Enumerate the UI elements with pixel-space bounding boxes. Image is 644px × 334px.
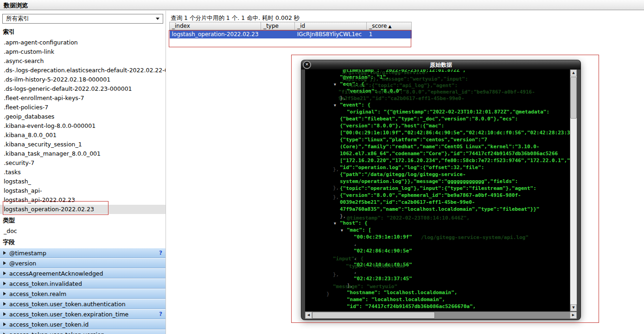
index-item[interactable]: .ds-logs-generic-default-2022.02.23-0000… bbox=[0, 84, 166, 94]
ghost-text: 9e2f5be21","id":"ca2b0617-eff1-45be-99e0… bbox=[338, 95, 465, 101]
expand-icon bbox=[3, 302, 6, 306]
chevron-down-icon bbox=[156, 18, 159, 20]
table-header-row: _index_type_id_score▲ bbox=[170, 22, 412, 30]
index-item[interactable]: .kibana_8.0.0_001 bbox=[0, 131, 166, 140]
section-fields-label: 字段 bbox=[0, 236, 166, 248]
section-types-label: 类型 bbox=[0, 214, 166, 227]
index-item[interactable]: .ds-ilm-history-5-2022.02.18-000001 bbox=[0, 75, 166, 84]
index-item[interactable]: .ds-.logs-deprecation.elasticsearch-defa… bbox=[0, 66, 166, 75]
field-item[interactable]: @timestamp? bbox=[0, 248, 166, 258]
close-button[interactable]: ✕ bbox=[303, 61, 311, 69]
raw-data-modal: ✕ 原始数据 "@timestamp": "2022-02-23T10:12:0… bbox=[301, 60, 580, 320]
field-item[interactable]: access_token.user_token.id bbox=[0, 320, 166, 329]
index-item[interactable]: .apm-agent-configuration bbox=[0, 38, 166, 47]
scroll-up-button[interactable]: ▲ bbox=[570, 69, 577, 76]
json-text: "mac": [ bbox=[347, 227, 371, 233]
index-select[interactable]: 所有索引 bbox=[2, 14, 163, 24]
json-line: {"path":"/data/gitegg/log/gitegg-service… bbox=[305, 171, 570, 178]
json-line: , bbox=[305, 268, 570, 275]
index-item[interactable]: .fleet-policies-7 bbox=[0, 103, 166, 112]
index-item[interactable]: .kibana_security_session_1 bbox=[0, 140, 166, 149]
field-label: access_token.user_token.expiration_time bbox=[9, 311, 128, 318]
field-item[interactable]: access_token.user_token.authentication bbox=[0, 299, 166, 309]
collapse-arrow-icon[interactable]: ▼ bbox=[334, 220, 340, 227]
raw-json-view: "@timestamp": "2022-02-23T10:12:01.872Z"… bbox=[305, 69, 570, 311]
json-text: {"version":"8.0.0","ephemeral_id":"be9a7… bbox=[340, 192, 521, 198]
json-line: "02:42:86:4c:90:5e" bbox=[305, 247, 570, 254]
json-text: "02:42:86:4c:90:5e" bbox=[354, 248, 412, 254]
column-header-_index[interactable]: _index bbox=[170, 22, 261, 30]
field-label: access_token.realm bbox=[9, 290, 66, 297]
ghost-text: }, bbox=[333, 271, 339, 277]
help-icon[interactable]: ? bbox=[159, 250, 162, 256]
ghost-text: }, bbox=[333, 194, 339, 200]
json-line: "original": "{"@timestamp":"2022-02-23T1… bbox=[305, 108, 570, 115]
table-cell: 1 bbox=[367, 30, 412, 38]
index-item[interactable]: .tasks bbox=[0, 168, 166, 177]
sidebar: 所有索引 索引 .apm-agent-configuration.apm-cus… bbox=[0, 11, 166, 334]
column-header-_type[interactable]: _type bbox=[261, 22, 295, 30]
scroll-down-button[interactable]: ▼ bbox=[570, 304, 577, 311]
column-header-_id[interactable]: _id bbox=[295, 22, 367, 30]
index-item[interactable]: .geoip_databases bbox=[0, 112, 166, 121]
json-text: "hostname": "localhost.localdomain", bbox=[347, 290, 457, 296]
index-item[interactable]: logstash_ bbox=[0, 177, 166, 186]
index-item[interactable]: .kibana-event-log-8.0.0-000001 bbox=[0, 121, 166, 131]
close-icon: ✕ bbox=[305, 62, 309, 67]
scroll-track bbox=[435, 312, 570, 319]
field-label: access_token.user_token.id bbox=[9, 321, 89, 328]
horizontal-scrollbar[interactable]: ◀ ▶ bbox=[305, 312, 577, 319]
help-icon[interactable]: ? bbox=[159, 311, 162, 317]
vertical-scrollbar[interactable]: ▲ ▼ bbox=[570, 69, 577, 311]
json-line: {"type":"linux","platform":"centos","ver… bbox=[305, 136, 570, 143]
index-item[interactable]: logstash_api-2022.02.23 bbox=[0, 195, 166, 205]
json-line: {"beat":"filebeat","type":"_doc","versio… bbox=[305, 115, 570, 122]
expand-icon bbox=[3, 322, 6, 326]
expand-icon bbox=[3, 292, 6, 296]
collapse-arrow-icon[interactable]: ▼ bbox=[341, 227, 347, 234]
field-item[interactable]: access_token.user_token.version bbox=[0, 330, 166, 334]
field-item[interactable]: @version bbox=[0, 258, 166, 268]
type-item[interactable]: _doc bbox=[0, 227, 166, 236]
field-item[interactable]: accessAgreementAcknowledged bbox=[0, 269, 166, 278]
ghost-text: /log/gitegg-service-system/api.log" bbox=[421, 234, 529, 240]
json-text: "02:42:28:23:37:45" bbox=[354, 276, 412, 282]
table-row[interactable]: logstash_operation-2022.02.23IGcRJn8BS8Y… bbox=[170, 30, 412, 38]
index-item[interactable]: logstash_api- bbox=[0, 186, 166, 195]
json-text: "id":"operation.log","log":{"offset":32,… bbox=[340, 164, 484, 170]
vertical-scroll-thumb[interactable] bbox=[570, 77, 577, 119]
index-item[interactable]: .async-search bbox=[0, 57, 166, 66]
ghost-text: }, bbox=[333, 185, 339, 191]
index-item[interactable]: .kibana_task_manager_8.0.0_001 bbox=[0, 149, 166, 158]
field-item[interactable]: access_token.user_token.expiration_time? bbox=[0, 309, 166, 319]
json-text: , bbox=[354, 241, 357, 247]
json-line: "id": "74417cf24b91457db36b086ac5266670a… bbox=[305, 303, 570, 310]
ghost-text: "input": { bbox=[333, 256, 363, 262]
json-line: "id":"operation.log","log":{"offset":32,… bbox=[305, 164, 570, 171]
index-item[interactable]: .fleet-enrollment-api-keys-7 bbox=[0, 94, 166, 103]
collapse-arrow-icon[interactable]: ▼ bbox=[334, 81, 340, 88]
json-text: {"type":"linux","platform":"centos","ver… bbox=[340, 137, 487, 143]
json-line: 0039e2f5be21","id":"ca2b0617-eff1-45be-9… bbox=[305, 199, 570, 206]
json-line: "hostname": "localhost.localdomain", bbox=[305, 289, 570, 296]
index-item[interactable]: logstash_operation-2022.02.23 bbox=[0, 205, 166, 214]
json-line: 1062.el7.x86_64","codename":"Core"},"id"… bbox=[305, 150, 570, 157]
json-line: system/operation.log"}},"message":"ggggg… bbox=[305, 178, 570, 185]
sort-arrow-icon: ▲ bbox=[388, 24, 391, 29]
collapse-arrow-icon[interactable]: ▼ bbox=[334, 102, 340, 109]
json-text: 1062.el7.x86_64","codename":"Core"},"id"… bbox=[340, 151, 558, 157]
ghost-text: "type": "filestream" bbox=[346, 263, 407, 269]
json-text: ["00:0c:29:1e:10:9f","02:42:86:4c:90:5e"… bbox=[340, 130, 570, 136]
ghost-text: }, bbox=[333, 166, 339, 172]
horizontal-scroll-thumb[interactable] bbox=[312, 312, 435, 319]
field-item[interactable]: access_token.invalidated bbox=[0, 279, 166, 289]
json-text: system/operation.log"}},"message":"ggggg… bbox=[340, 178, 518, 184]
scroll-right-button[interactable]: ▶ bbox=[570, 312, 577, 319]
field-label: access_token.invalidated bbox=[9, 280, 82, 287]
index-item[interactable]: .security-7 bbox=[0, 158, 166, 168]
column-header-_score[interactable]: _score▲ bbox=[367, 22, 412, 30]
json-line: "name": "localhost.localdomain", bbox=[305, 296, 570, 303]
scroll-left-button[interactable]: ◀ bbox=[305, 312, 312, 319]
index-item[interactable]: .apm-custom-link bbox=[0, 47, 166, 57]
field-item[interactable]: access_token.realm bbox=[0, 289, 166, 299]
